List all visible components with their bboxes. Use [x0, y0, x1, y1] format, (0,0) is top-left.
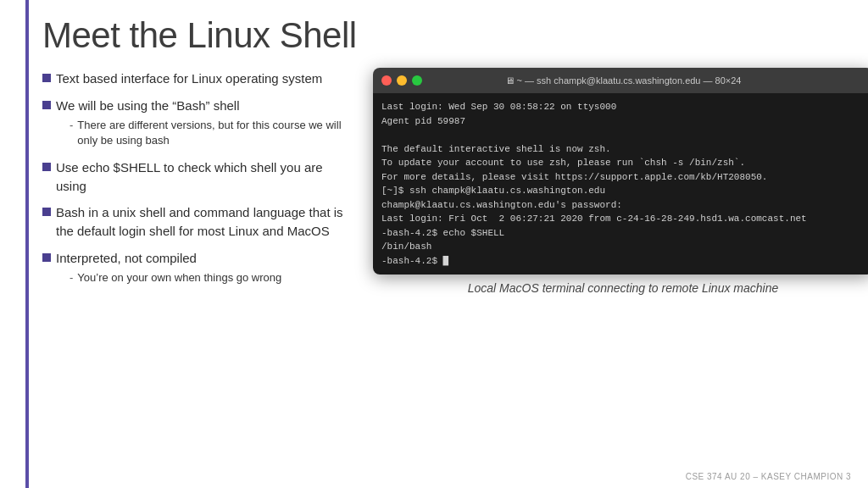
slide-content: Meet the Linux Shell Text based interfac… [0, 0, 868, 488]
bullet-4: Bash in a unix shell and command languag… [42, 203, 356, 241]
maximize-button-icon[interactable] [412, 75, 422, 86]
bullet-2-content: We will be using the “Bash” shell - Ther… [56, 97, 356, 150]
bullet-2-sublist: - There are different versions, but for … [70, 118, 356, 148]
terminal-title-text: 🖥 ~ — ssh champk@klaatu.cs.washington.ed… [505, 75, 742, 86]
minimize-button-icon[interactable] [397, 75, 407, 86]
bullet-2: We will be using the “Bash” shell - Ther… [42, 97, 356, 150]
terminal-line-3: The default interactive shell is now zsh… [381, 142, 865, 157]
terminal-line-0: Last login: Wed Sep 30 08:58:22 on ttys0… [381, 100, 865, 114]
footer-text: CSE 374 AU 20 – KASEY CHAMPION 3 [686, 472, 851, 481]
bullet-text-4: Bash in a unix shell and command languag… [56, 203, 356, 241]
bullet-text-3: Use echo $SHELL to check which shell you… [56, 158, 356, 196]
terminal-caption: Local MacOS terminal connecting to remot… [468, 281, 779, 295]
sub-item-5-1: - You’re on your own when things go wron… [70, 270, 281, 286]
terminal-line-11: -bash-4.2$ █ [381, 254, 865, 269]
bullet-square-3 [42, 163, 51, 171]
terminal-line-6: [~]$ ssh champk@klaatu.cs.washington.edu [381, 184, 865, 198]
slide-title: Meet the Linux Shell [42, 15, 851, 56]
terminal-window: 🖥 ~ — ssh champk@klaatu.cs.washington.ed… [373, 68, 868, 274]
bullet-5-content: Interpreted, not compiled - You’re on yo… [56, 249, 281, 287]
terminal-line-8: Last login: Fri Oct 2 06:27:21 2020 from… [381, 212, 865, 226]
terminal-line-4: To update your account to use zsh, pleas… [381, 156, 865, 170]
terminal-line-1: Agent pid 59987 [381, 114, 865, 129]
bullet-3: Use echo $SHELL to check which shell you… [42, 158, 356, 196]
bullet-square-2 [42, 101, 51, 109]
bullet-text-2: We will be using the “Bash” shell [56, 98, 240, 113]
terminal-line-2 [381, 128, 865, 142]
sub-text-2-1: There are different versions, but for th… [77, 118, 356, 148]
left-column: Text based interface for Linux operating… [42, 68, 356, 480]
sub-item-2-1: - There are different versions, but for … [70, 118, 356, 148]
bullet-text-1: Text based interface for Linux operating… [56, 69, 322, 88]
bullet-1: Text based interface for Linux operating… [42, 69, 356, 88]
terminal-body: Last login: Wed Sep 30 08:58:22 on ttys0… [373, 93, 868, 274]
bullet-5-sublist: - You’re on your own when things go wron… [70, 270, 281, 286]
sub-text-5-1: You’re on your own when things go wrong [77, 270, 281, 286]
bullet-square-5 [42, 253, 51, 262]
terminal-titlebar: 🖥 ~ — ssh champk@klaatu.cs.washington.ed… [373, 68, 868, 93]
bullet-square-1 [42, 74, 51, 82]
columns-layout: Text based interface for Linux operating… [42, 68, 851, 480]
terminal-line-7: champk@klaatu.cs.washington.edu's passwo… [381, 198, 865, 213]
right-column: 🖥 ~ — ssh champk@klaatu.cs.washington.ed… [373, 68, 868, 480]
bullet-5: Interpreted, not compiled - You’re on yo… [42, 249, 356, 287]
terminal-line-5: For more details, please visit https://s… [381, 170, 865, 185]
bullet-square-4 [42, 208, 51, 216]
bullet-text-5: Interpreted, not compiled [56, 251, 197, 265]
terminal-line-10: /bin/bash [381, 240, 865, 254]
close-button-icon[interactable] [381, 75, 392, 86]
terminal-line-9: -bash-4.2$ echo $SHELL [381, 226, 865, 241]
